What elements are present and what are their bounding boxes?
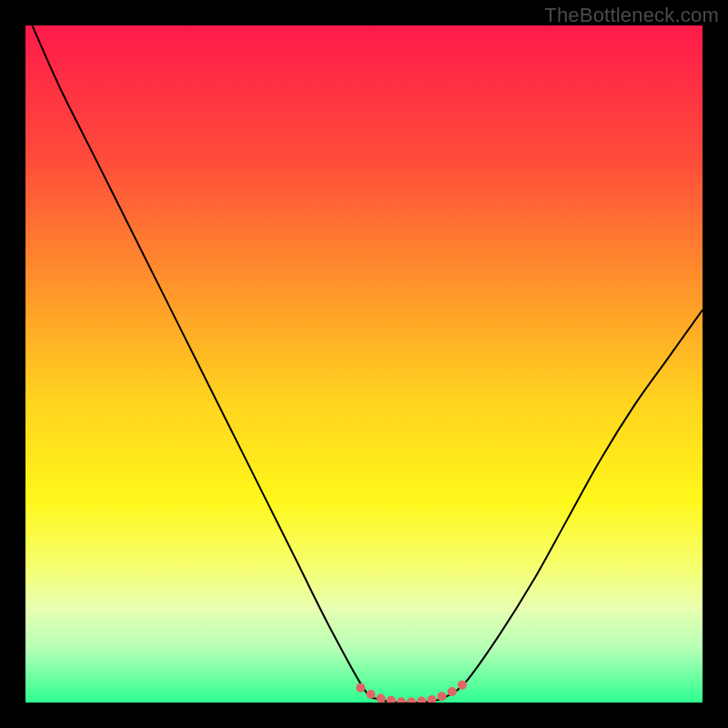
plot-area — [25, 25, 703, 703]
curve-marker — [387, 696, 396, 703]
curve-marker — [417, 697, 426, 703]
curve-marker — [458, 681, 467, 690]
watermark-text: TheBottleneck.com — [544, 4, 719, 27]
curve-marker — [377, 694, 386, 703]
curve-marker — [427, 695, 436, 703]
curve-marker — [407, 697, 416, 703]
curve-marker — [448, 687, 457, 696]
chart-frame: TheBottleneck.com — [0, 0, 728, 728]
curve-marker — [438, 692, 447, 701]
curve-marker — [356, 683, 365, 693]
bottleneck-curve — [25, 25, 703, 703]
curve-marker — [366, 690, 375, 699]
curve-marker — [397, 697, 406, 703]
